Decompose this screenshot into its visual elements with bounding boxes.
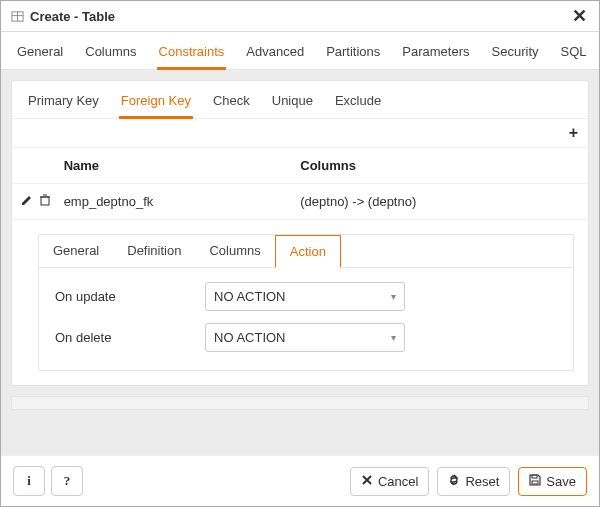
close-icon (361, 474, 373, 489)
info-button[interactable]: i (13, 466, 45, 496)
tab-columns[interactable]: Columns (83, 40, 138, 69)
tab-sql[interactable]: SQL (559, 40, 589, 69)
tab-primary-key[interactable]: Primary Key (26, 91, 101, 118)
caret-down-icon: ▾ (391, 291, 396, 302)
save-button[interactable]: Save (518, 467, 587, 496)
tab-foreign-key[interactable]: Foreign Key (119, 91, 193, 119)
caret-down-icon: ▾ (391, 332, 396, 343)
tab-unique[interactable]: Unique (270, 91, 315, 118)
on-update-select[interactable]: NO ACTION ▾ (205, 282, 405, 311)
delete-row-icon[interactable] (38, 193, 52, 207)
help-icon: ? (64, 473, 71, 489)
foreign-key-grid: Name Columns emp (12, 148, 588, 220)
fk-name-cell[interactable]: emp_deptno_fk (56, 184, 293, 220)
info-icon: i (27, 473, 31, 489)
fk-tab-action[interactable]: Action (275, 235, 341, 268)
fk-detail-tabs: General Definition Columns Action (39, 235, 573, 267)
fk-tab-definition[interactable]: Definition (113, 235, 195, 267)
close-button[interactable]: ✕ (570, 7, 589, 25)
main-tab-bar: General Columns Constraints Advanced Par… (1, 32, 599, 70)
tab-partitions[interactable]: Partitions (324, 40, 382, 69)
help-button[interactable]: ? (51, 466, 83, 496)
constraints-panel: Primary Key Foreign Key Check Unique Exc… (11, 80, 589, 386)
fk-action-body: On update NO ACTION ▾ On delete NO ACTIO… (39, 267, 573, 370)
save-label: Save (546, 474, 576, 489)
on-delete-value: NO ACTION (214, 330, 286, 345)
on-delete-select[interactable]: NO ACTION ▾ (205, 323, 405, 352)
create-table-dialog: Create - Table ✕ General Columns Constra… (0, 0, 600, 507)
col-header-columns: Columns (292, 148, 588, 184)
svg-rect-6 (532, 481, 538, 484)
dialog-footer: i ? Cancel Reset (1, 455, 599, 506)
tab-check[interactable]: Check (211, 91, 252, 118)
reset-label: Reset (465, 474, 499, 489)
tab-security[interactable]: Security (490, 40, 541, 69)
add-constraint-button[interactable]: + (565, 123, 582, 143)
tab-exclude[interactable]: Exclude (333, 91, 383, 118)
add-row-bar: + (12, 119, 588, 148)
dialog-title: Create - Table (30, 9, 570, 24)
table-row: emp_deptno_fk (deptno) -> (deptno) (12, 184, 588, 220)
dialog-body: Primary Key Foreign Key Check Unique Exc… (1, 70, 599, 455)
save-icon (529, 474, 541, 489)
tab-advanced[interactable]: Advanced (244, 40, 306, 69)
tab-parameters[interactable]: Parameters (400, 40, 471, 69)
cancel-button[interactable]: Cancel (350, 467, 429, 496)
tab-constraints[interactable]: Constraints (157, 40, 227, 70)
svg-rect-3 (41, 197, 49, 205)
constraint-type-tabs: Primary Key Foreign Key Check Unique Exc… (12, 81, 588, 119)
table-icon (11, 10, 24, 23)
fk-tab-general[interactable]: General (39, 235, 113, 267)
tab-general[interactable]: General (15, 40, 65, 69)
dialog-titlebar: Create - Table ✕ (1, 1, 599, 32)
edit-row-icon[interactable] (20, 193, 34, 207)
reset-button[interactable]: Reset (437, 467, 510, 496)
on-delete-label: On delete (55, 330, 205, 345)
fk-detail-panel: General Definition Columns Action On upd… (38, 234, 574, 371)
on-update-label: On update (55, 289, 205, 304)
col-header-name: Name (56, 148, 293, 184)
svg-rect-7 (532, 475, 537, 478)
on-update-value: NO ACTION (214, 289, 286, 304)
fk-tab-columns[interactable]: Columns (195, 235, 274, 267)
recycle-icon (448, 474, 460, 489)
cancel-label: Cancel (378, 474, 418, 489)
fk-columns-cell: (deptno) -> (deptno) (292, 184, 588, 220)
status-bar (11, 396, 589, 410)
